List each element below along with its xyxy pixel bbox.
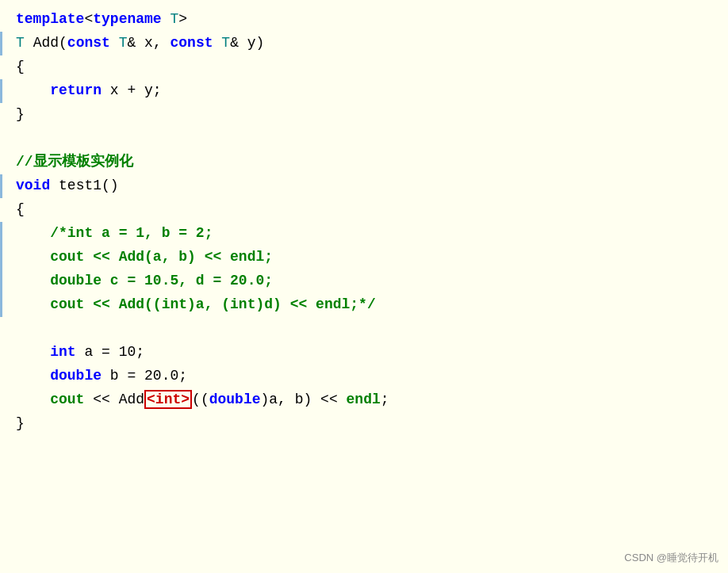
code-line-2: T Add(const T& x, const T& y)	[0, 32, 728, 55]
line-content-5: }	[16, 103, 728, 126]
kw-void: void	[16, 178, 50, 193]
line-content-11: cout << Add(a, b) << endl;	[16, 246, 728, 269]
kw-double-1: double	[50, 368, 102, 384]
code-line-8: void test1()	[0, 174, 728, 198]
watermark: CSDN @睡觉待开机	[624, 550, 718, 567]
line-content-15: int a = 10;	[16, 341, 728, 364]
op-lt: <	[84, 11, 93, 27]
code-line-18: }	[0, 412, 728, 436]
line-content-4: return x + y;	[16, 79, 728, 102]
line-content-10: /*int a = 1, b = 2;	[16, 222, 728, 245]
kw-const2: const	[171, 35, 213, 51]
code-line-14	[0, 317, 728, 341]
code-line-7: //显示模板实例化	[0, 151, 728, 174]
line-content-8: void test1()	[16, 174, 728, 197]
line-content-9: {	[16, 198, 728, 221]
line-content-7: //显示模板实例化	[16, 151, 728, 174]
code-line-16: double b = 20.0;	[0, 365, 728, 388]
highlighted-int: <int>	[144, 390, 192, 409]
param-T2: T	[221, 35, 230, 51]
code-line-17: cout << Add<int>((double)a, b) << endl;	[0, 388, 728, 412]
func-test1: test1	[59, 178, 102, 193]
code-line-12: double c = 10.5, d = 20.0;	[0, 269, 728, 293]
kw-const1: const	[67, 35, 110, 51]
code-line-3: {	[0, 55, 728, 79]
comment-1: //显示模板实例化	[16, 154, 133, 170]
code-line-9: {	[0, 198, 728, 222]
keyword-template: template	[16, 11, 84, 27]
line-content-18: }	[16, 412, 728, 435]
line-content-2: T Add(const T& x, const T& y)	[16, 32, 728, 55]
code-line-5: }	[0, 103, 728, 127]
line-content-17: cout << Add<int>((double)a, b) << endl;	[16, 388, 728, 411]
return-T: T	[16, 35, 25, 51]
code-line-10: /*int a = 1, b = 2;	[0, 222, 728, 246]
param-T1: T	[119, 35, 128, 51]
line-content-12: double c = 10.5, d = 20.0;	[16, 269, 728, 292]
line-content-6	[16, 127, 728, 150]
kw-int-1: int	[50, 344, 75, 360]
line-content-3: {	[16, 55, 728, 78]
func-Add: Add	[33, 35, 59, 51]
comment-cout2: cout << Add((int)a, (int)d) << endl;*/	[50, 296, 375, 312]
line-content-14	[16, 317, 728, 340]
endl-keyword: endl	[347, 392, 381, 407]
code-line-1: template<typename T>	[0, 8, 728, 32]
comment-cout1: cout << Add(a, b) << endl;	[50, 249, 273, 265]
line-content-1: template<typename T>	[16, 8, 728, 31]
cout-keyword: cout	[50, 392, 84, 407]
comment-block-start: /*int a = 1, b = 2;	[50, 225, 213, 241]
code-line-6	[0, 127, 728, 151]
code-line-11: cout << Add(a, b) << endl;	[0, 246, 728, 269]
op-gt: >	[178, 11, 187, 27]
code-line-15: int a = 10;	[0, 341, 728, 365]
code-line-4: return x + y;	[0, 79, 728, 103]
keyword-typename: typename	[93, 11, 161, 27]
kw-double-cast: double	[209, 392, 261, 407]
code-container: template<typename T> T Add(const T& x, c…	[0, 0, 728, 573]
type-T: T	[170, 11, 178, 27]
line-content-16: double b = 20.0;	[16, 365, 728, 388]
code-line-13: cout << Add((int)a, (int)d) << endl;*/	[0, 293, 728, 317]
kw-return: return	[50, 82, 102, 98]
line-content-13: cout << Add((int)a, (int)d) << endl;*/	[16, 293, 728, 316]
comment-double: double c = 10.5, d = 20.0;	[50, 273, 273, 288]
